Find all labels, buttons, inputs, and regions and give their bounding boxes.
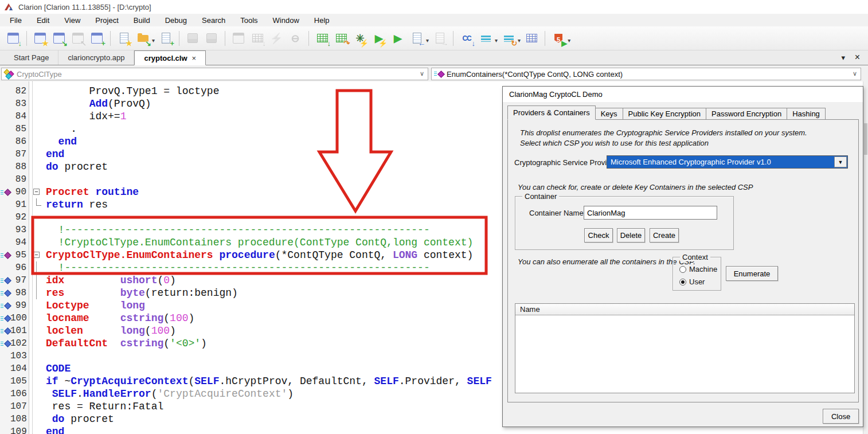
property-sheet-button[interactable]	[523, 30, 540, 47]
open-file-button-dropdown-icon[interactable]: ▾	[152, 37, 155, 44]
reformat-code-button[interactable]: ↻	[500, 30, 517, 47]
debug-button[interactable]: ✳⚡	[351, 30, 369, 47]
scrollbar-thumb[interactable]	[864, 123, 867, 155]
dropdown-arrow-icon[interactable]: ▼	[834, 157, 847, 167]
context-machine-radio[interactable]: Machine	[679, 265, 717, 273]
line-number: 105	[10, 375, 26, 388]
type-navigator-combobox[interactable]: CryptoClType ∨	[1, 68, 428, 80]
chevron-down-icon[interactable]: ∨	[420, 70, 424, 77]
fold-extent-line	[36, 274, 37, 287]
container-note: You can check for, create or delete Key …	[518, 183, 753, 191]
previous-procedure-button-dropdown-icon[interactable]: ▾	[426, 37, 429, 44]
menu-edit[interactable]: Edit	[29, 14, 57, 26]
menu-build[interactable]: Build	[126, 14, 158, 26]
new-project-button[interactable]: ★	[32, 30, 49, 47]
member-navigator-combobox[interactable]: EnumContainers(*ContQType ContQ, LONG co…	[431, 68, 861, 80]
variable-marker-icon	[1, 341, 10, 346]
context-user-label: User	[689, 277, 705, 286]
container-group-legend: Container	[522, 192, 559, 201]
delete-button[interactable]: Delete	[617, 228, 645, 243]
generate-and-run-button[interactable]: ↷	[333, 30, 350, 47]
line-number: 108	[10, 413, 26, 425]
html5-run-button[interactable]: 5▶	[550, 30, 567, 47]
toolbar-separator	[225, 31, 225, 46]
line-number: 97	[10, 274, 26, 287]
format-lines-button-dropdown-icon[interactable]: ▾	[495, 37, 498, 44]
fold-collapse-icon[interactable]	[33, 252, 40, 258]
enumerate-note: You can also enumerate all the container…	[518, 257, 695, 266]
line-number: 91	[10, 198, 26, 211]
chevron-down-icon[interactable]: ∨	[853, 70, 857, 77]
list-column-header[interactable]: Name	[515, 304, 854, 315]
variable-marker-icon	[1, 328, 10, 334]
context-machine-label: Machine	[689, 265, 717, 273]
dialog-tab-password-encryption[interactable]: Password Encryption	[706, 108, 787, 120]
tab-overflow-icon[interactable]: ▾	[841, 53, 845, 62]
reformat-code-button-dropdown-icon[interactable]: ▾	[518, 37, 521, 44]
code-text: return res	[46, 198, 108, 211]
tab-clarioncrypto-app[interactable]: clarioncrypto.app	[58, 50, 134, 65]
format-lines-button[interactable]	[477, 30, 494, 47]
code-text: end	[46, 135, 77, 148]
add-project-button[interactable]: +	[88, 30, 105, 47]
context-user-radio[interactable]: User	[679, 277, 705, 286]
menu-debug[interactable]: Debug	[158, 14, 194, 26]
tab-cryptocl-clw[interactable]: cryptocl.clw×	[134, 50, 206, 65]
line-number: 85	[10, 123, 26, 135]
menu-file[interactable]: File	[2, 14, 29, 26]
toolbar-separator	[453, 31, 453, 46]
run-with-debugger-button[interactable]: ▶⚡	[370, 30, 388, 47]
line-number: 103	[10, 350, 26, 362]
menu-help[interactable]: Help	[307, 14, 337, 26]
dialog-tab-hashing[interactable]: Hashing	[787, 108, 826, 120]
fold-extent-line	[36, 261, 37, 274]
editor-vertical-scrollbar[interactable]	[863, 81, 868, 434]
new-file-button[interactable]: ★	[115, 30, 132, 47]
code-text: .	[46, 123, 77, 135]
containers-listbox[interactable]: Name	[515, 303, 855, 393]
procedure-icon	[434, 70, 444, 78]
radio-icon	[679, 266, 686, 273]
line-number: 89	[10, 173, 26, 186]
tabstrip-close-icon[interactable]: ×	[855, 52, 860, 62]
check-button[interactable]: Check	[584, 228, 613, 243]
menu-project[interactable]: Project	[88, 14, 126, 26]
html5-run-button-dropdown-icon[interactable]: ▾	[568, 37, 570, 44]
open-solution-button[interactable]: ↓	[5, 30, 22, 47]
line-number: 100	[10, 312, 26, 324]
code-completion-button[interactable]: CC↓	[458, 30, 475, 47]
add-file-button[interactable]: +	[157, 30, 174, 47]
code-text: locname cstring(100)	[46, 312, 194, 324]
previous-procedure-button[interactable]: ←	[408, 30, 425, 47]
line-number: 82	[10, 85, 26, 97]
tab-start-page[interactable]: Start Page	[5, 50, 58, 65]
line-number: 98	[10, 287, 26, 299]
create-button[interactable]: Create	[650, 228, 679, 243]
run-button[interactable]: ▶	[389, 30, 406, 47]
toolbar: ↓★↘↖+★↘▾+↓⚡⊖↓↷✳⚡▶⚡▶←▾→CC↓▾↻▾5▶▾	[0, 26, 868, 50]
dialog-tab-providers-containers[interactable]: Providers & Containers	[507, 105, 596, 120]
container-name-input[interactable]	[584, 206, 717, 220]
tab-close-icon[interactable]: ×	[192, 54, 197, 62]
csp-dropdown[interactable]: Microsoft Enhanced Cryptographic Provide…	[607, 155, 848, 169]
line-number: 87	[10, 148, 26, 161]
generate-button[interactable]: ↓	[314, 30, 331, 47]
close-editor-button	[230, 30, 247, 47]
open-project-button[interactable]: ↘	[50, 30, 68, 47]
menu-view[interactable]: View	[57, 14, 88, 26]
menu-tools[interactable]: Tools	[233, 14, 265, 26]
dialog-tab-public-key-encryption[interactable]: Public Key Encryption	[623, 108, 706, 120]
line-number: 88	[10, 161, 26, 173]
dialog-tab-keys[interactable]: Keys	[595, 108, 623, 120]
menu-window[interactable]: Window	[265, 14, 307, 26]
csp-label: Cryptographic Service Provider:	[514, 158, 620, 167]
fold-collapse-icon[interactable]	[33, 189, 40, 195]
enumerate-button[interactable]: Enumerate	[726, 266, 778, 281]
menu-search[interactable]: Search	[194, 14, 233, 26]
code-navigator-row: CryptoClType ∨ EnumContainers(*ContQType…	[0, 65, 868, 81]
open-file-button[interactable]: ↘	[134, 30, 151, 47]
close-button[interactable]: Close	[823, 409, 859, 424]
code-text: !CryptoClType.EnumContainers procedure(C…	[46, 236, 473, 249]
class-icon	[4, 70, 14, 78]
fold-extent-line	[36, 287, 37, 299]
